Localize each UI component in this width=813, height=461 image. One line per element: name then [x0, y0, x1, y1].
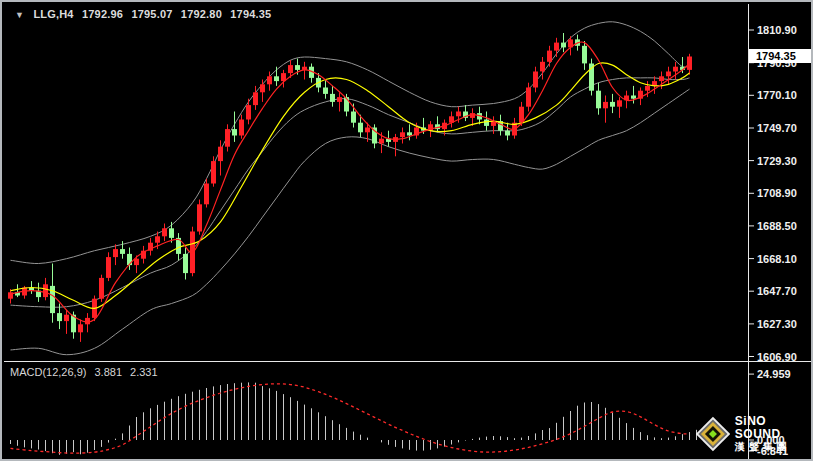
candle-body: [407, 132, 412, 135]
macd-tick-label: 24.959: [757, 368, 813, 380]
candle-body: [106, 257, 111, 278]
candle-body: [596, 91, 601, 109]
candle-body: [456, 112, 461, 117]
price-tick-label: 1668.10: [757, 253, 813, 265]
candle-body: [610, 102, 615, 107]
candle-body: [337, 97, 342, 102]
candle-body: [582, 46, 587, 64]
candle-body: [197, 204, 202, 231]
sino-sound-logo: SiNO SOUND 漢聲集團: [696, 415, 811, 453]
candle-body: [155, 236, 160, 242]
mt4-chart-window: ▼ LLG,H4 1792.96 1795.07 1792.80 1794.35…: [0, 0, 813, 461]
ma-fast-red: [11, 42, 690, 322]
candle-body: [561, 43, 566, 48]
bollinger-lower: [11, 89, 690, 355]
symbol-dropdown-icon[interactable]: ▼: [15, 10, 24, 20]
candle-body: [57, 313, 62, 321]
candle-body: [295, 65, 300, 70]
candle-body: [519, 107, 524, 123]
candle-body: [533, 72, 538, 88]
candle-body: [183, 254, 188, 273]
symbol-info: ▼ LLG,H4 1792.96 1795.07 1792.80 1794.35: [15, 8, 276, 20]
candle-body: [253, 92, 258, 105]
candle-body: [260, 84, 265, 92]
macd-indicator-label: MACD(12,26,9) 3.881 2.331: [10, 366, 163, 378]
candle-body: [99, 278, 104, 299]
candle-body: [400, 132, 405, 137]
candle-body: [526, 88, 531, 107]
candle-body: [365, 128, 370, 133]
candle-body: [218, 147, 223, 161]
candle-body: [162, 228, 167, 236]
candle-body: [113, 249, 118, 257]
candle-body: [134, 259, 139, 265]
candle-body: [330, 94, 335, 102]
candle-body: [169, 228, 174, 238]
macd-main-value: 3.881: [94, 366, 122, 378]
ohlc-open: 1792.96: [82, 8, 123, 20]
candle-body: [645, 86, 650, 91]
bollinger-upper: [11, 22, 690, 264]
logo-diamond-icon: [696, 415, 730, 453]
price-tick-label: 1708.90: [757, 187, 813, 199]
logo-text-cn: 漢聲集團: [735, 441, 811, 453]
candle-body: [673, 67, 678, 72]
candle-body: [554, 43, 559, 51]
candle-body: [666, 72, 671, 77]
candle-body: [323, 88, 328, 94]
price-tick-label: 1810.90: [757, 24, 813, 36]
price-tick-label: 1729.30: [757, 155, 813, 167]
ohlc-high: 1795.07: [131, 8, 172, 20]
candle-body: [358, 123, 363, 133]
candle-body: [239, 120, 244, 136]
logo-text-en: SiNO SOUND: [735, 415, 811, 441]
macd-signal-line: [11, 384, 690, 453]
candle-body: [379, 139, 384, 144]
candle-body: [687, 57, 692, 70]
candle-body: [78, 324, 83, 332]
price-tick-label: 1688.50: [757, 220, 813, 232]
candle-body: [288, 65, 293, 73]
candle-body: [43, 284, 48, 297]
ohlc-close: 1794.35: [230, 8, 271, 20]
price-tick-label: 1606.90: [757, 351, 813, 363]
macd-signal-value: 2.331: [130, 366, 158, 378]
candle-body: [547, 51, 552, 62]
candle-body: [211, 161, 216, 183]
candle-body: [617, 100, 622, 106]
symbol-name: LLG,H4: [33, 8, 73, 20]
price-tick-label: 1647.70: [757, 285, 813, 297]
candle-body: [351, 112, 356, 123]
bollinger-middle: [11, 78, 690, 307]
price-tick-label: 1749.70: [757, 122, 813, 134]
price-tick-label: 1770.10: [757, 89, 813, 101]
candle-body: [484, 120, 489, 126]
candle-body: [274, 76, 279, 81]
current-price-label: 1794.35: [749, 49, 813, 63]
candle-body: [246, 105, 251, 119]
candle-body: [204, 184, 209, 205]
candle-body: [120, 249, 125, 254]
candle-body: [505, 131, 510, 136]
candle-body: [659, 76, 664, 81]
candle-body: [85, 318, 90, 324]
macd-label: MACD(12,26,9): [10, 366, 86, 378]
candle-body: [232, 129, 237, 135]
ohlc-low: 1792.80: [181, 8, 222, 20]
chart-canvas[interactable]: [2, 2, 813, 461]
candle-body: [267, 76, 272, 84]
price-tick-label: 1627.30: [757, 318, 813, 330]
candle-body: [540, 62, 545, 72]
candle-body: [603, 102, 608, 108]
candle-body: [64, 315, 69, 321]
candle-body: [225, 129, 230, 147]
candle-body: [631, 96, 636, 99]
